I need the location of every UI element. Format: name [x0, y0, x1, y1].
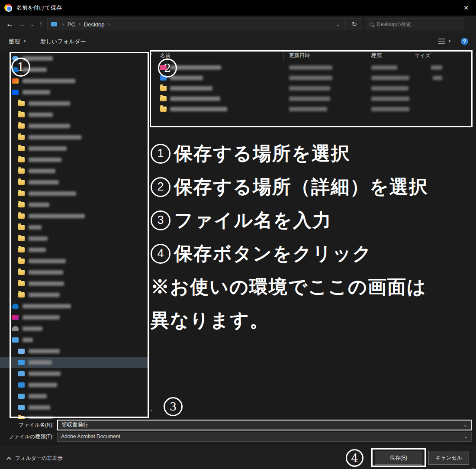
address-dropdown-icon[interactable]: ⌄: [336, 22, 342, 27]
sidebar-item[interactable]: [0, 413, 149, 419]
title-bar: 名前を付けて保存 ✕: [0, 0, 476, 16]
breadcrumb-item-pc[interactable]: PC: [68, 21, 75, 28]
cancel-button[interactable]: キャンセル: [428, 451, 469, 465]
scroll-up-icon[interactable]: ▲: [150, 52, 153, 55]
sidebar-item[interactable]: [0, 210, 149, 222]
cc-icon: [12, 78, 19, 84]
sidebar-item[interactable]: [0, 188, 149, 199]
sidebar-item[interactable]: [0, 402, 149, 413]
sidebar-item[interactable]: [0, 379, 149, 391]
folder-icon: [18, 281, 25, 286]
sidebar-item[interactable]: [0, 177, 149, 188]
sidebar-item[interactable]: [0, 165, 149, 177]
sidebar-item[interactable]: [0, 278, 149, 289]
file-row[interactable]: [155, 94, 476, 104]
file-row[interactable]: [155, 62, 476, 73]
sidebar-item[interactable]: [0, 199, 149, 210]
breadcrumb[interactable]: › PC › Desktop › ⌄: [47, 18, 346, 30]
sidebar-item[interactable]: [0, 312, 149, 323]
sidebar-item[interactable]: [0, 154, 149, 165]
blurred-text: [371, 86, 408, 91]
scroll-down-icon[interactable]: ▼: [150, 409, 153, 412]
blurred-text: [170, 65, 221, 70]
column-header-1[interactable]: 更新日時: [284, 50, 366, 61]
organize-button[interactable]: 整理 ▼: [0, 38, 33, 45]
folder-icon: [18, 292, 25, 298]
sidebar-item[interactable]: [0, 143, 149, 154]
file-list-rows: [155, 61, 476, 114]
search-input[interactable]: [377, 21, 459, 27]
breadcrumb-item-desktop[interactable]: Desktop: [84, 21, 105, 28]
sidebar-item[interactable]: [0, 109, 149, 120]
sidebar-item[interactable]: [0, 75, 149, 87]
hide-folders-button[interactable]: フォルダーの非表示: [8, 455, 62, 462]
column-header-0[interactable]: 名前: [155, 50, 284, 61]
blurred-folder-name: [29, 214, 85, 218]
search-box[interactable]: [365, 18, 463, 30]
filetype-label: ファイルの種類(T):: [0, 433, 57, 440]
folder-icon: [18, 191, 25, 196]
sidebar-item[interactable]: [0, 301, 149, 312]
filetype-select[interactable]: Adobe Acrobat Document ⌄: [57, 432, 472, 442]
star-icon: [12, 56, 19, 61]
view-options-button[interactable]: ▼: [438, 39, 451, 44]
close-button[interactable]: ✕: [456, 0, 476, 16]
blurred-folder-name: [23, 79, 75, 83]
blurred-folder-name: [29, 135, 81, 139]
blurred-text: [431, 65, 442, 70]
sidebar-item[interactable]: [0, 391, 149, 402]
blurred-text: [289, 97, 330, 101]
sidebar-item[interactable]: [0, 53, 149, 64]
sidebar-item[interactable]: [0, 132, 149, 143]
sidebar-item[interactable]: [0, 289, 149, 301]
filename-label: ファイル名(N):: [0, 421, 57, 429]
hide-folders-label: フォルダーの非表示: [15, 455, 62, 462]
sidebar-item[interactable]: [0, 267, 149, 278]
file-red-icon: [160, 65, 167, 70]
chevron-down-icon: ⌄: [464, 434, 468, 440]
filename-input[interactable]: [58, 422, 463, 428]
blurred-folder-name: [23, 90, 50, 94]
column-header-2[interactable]: 種類: [366, 50, 409, 61]
sidebar-item[interactable]: [0, 87, 149, 98]
sidebar-item[interactable]: [0, 233, 149, 244]
sidebar-item[interactable]: [0, 244, 149, 256]
blurred-text: [289, 76, 332, 80]
folder-icon: [160, 86, 167, 91]
back-icon[interactable]: ←: [6, 20, 13, 29]
chevron-down-icon[interactable]: ⌄: [463, 422, 471, 428]
blurred-folder-name: [29, 259, 66, 263]
sidebar-item[interactable]: [0, 368, 149, 379]
sidebar-item[interactable]: [0, 334, 149, 346]
resize-grip[interactable]: [473, 466, 474, 467]
sidebar-item[interactable]: [0, 64, 149, 75]
folder-tree: [0, 50, 149, 419]
new-folder-button[interactable]: 新しいフォルダー: [33, 38, 93, 45]
file-row[interactable]: [155, 104, 476, 114]
help-button[interactable]: ?: [461, 38, 468, 45]
history-dropdown-icon[interactable]: ⌄: [30, 22, 34, 27]
column-header-3[interactable]: サイズ: [409, 50, 449, 61]
up-icon[interactable]: ↑: [39, 20, 43, 29]
blurred-folder-name: [29, 146, 67, 151]
blurred-text: [433, 76, 442, 80]
command-toolbar: 整理 ▼ 新しいフォルダー ▼ ?: [0, 33, 476, 50]
sidebar-item[interactable]: [0, 98, 149, 109]
refresh-button[interactable]: ↻: [347, 18, 362, 30]
sidebar-item[interactable]: [0, 222, 149, 233]
navigation-bar: ← → ⌄ ↑ › PC › Desktop › ⌄ ↻: [0, 16, 476, 33]
sidebar-item[interactable]: [0, 256, 149, 267]
sidebar-item-selected[interactable]: [0, 357, 149, 368]
forward-icon[interactable]: →: [18, 20, 26, 29]
list-view-icon: [438, 39, 445, 44]
dialog-content: ▲ ▼ 名前更新日時種類サイズ: [0, 50, 476, 419]
file-list-header: 名前更新日時種類サイズ: [155, 50, 476, 61]
sidebar-item[interactable]: [0, 346, 149, 357]
file-row[interactable]: [155, 83, 476, 94]
file-row[interactable]: [155, 73, 476, 83]
blurred-folder-name: [23, 56, 53, 61]
sidebar-item[interactable]: [0, 323, 149, 334]
sidebar-item[interactable]: [0, 120, 149, 132]
save-button[interactable]: 保存(S): [375, 451, 422, 465]
blurred-text: [289, 107, 327, 111]
